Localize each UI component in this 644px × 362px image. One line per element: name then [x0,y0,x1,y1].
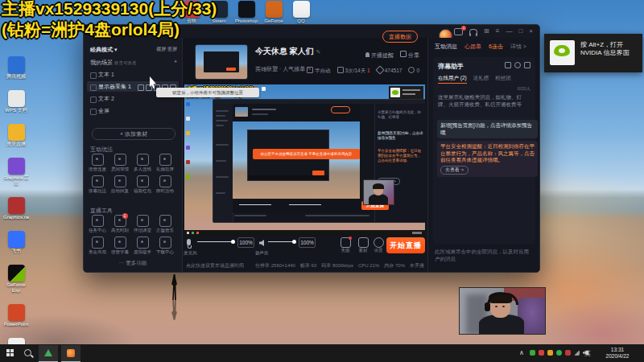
tool-download[interactable]: 下载中心 [154,237,176,255]
tool-task-center[interactable]: 任务中心 [86,215,109,233]
checkbox[interactable] [90,84,97,91]
feature-multi[interactable]: 多人连线 [131,154,154,172]
notice-message[interactable]: 新增[预告页面]功能，点击详情添加预告哦 [437,120,538,138]
feature-gift[interactable]: 礼物投屏 [154,154,176,172]
status-left-text[interactable]: 点此快速设置本场直播时间 [186,262,244,269]
desktop-icon[interactable]: Photoshop [233,1,259,24]
tab-gift-rank[interactable]: 送礼榜 [473,75,489,84]
taskbar-app-streaming[interactable] [39,345,58,362]
live-preview-canvas[interactable]: 主播vx1529339130(上分/33) (钻粉=洲护4盘orlol4局) [184,84,425,236]
feature-autoreply[interactable]: 自动回复 [109,175,131,194]
desktop-icon[interactable]: PowerPoint [3,304,29,327]
feature-room[interactable]: 房间管理 [109,154,131,172]
speaker-volume-slider[interactable] [268,241,295,242]
beauty-label: 美颜 [337,248,353,253]
collapse-icon[interactable] [505,62,511,68]
mic-slider-knob[interactable] [231,240,235,244]
tab-messages[interactable]: 互动消息 [435,43,457,51]
speaker-icon[interactable] [259,240,264,246]
panel-tabs: 互动消息 心愿单 6连击 详情 > [435,43,526,51]
checkbox[interactable] [90,109,97,115]
input-language-indicator[interactable]: 英 [584,349,591,358]
scene-item[interactable]: 文本 1 [87,69,179,80]
start-streaming-button[interactable]: 开始直播 [386,237,425,253]
room-title: 今天休息 家人们 ✎ [255,46,320,57]
desktop-icon[interactable]: GeForce [261,1,287,24]
tab-fan-club[interactable]: 粉丝团 [495,75,511,84]
settings-icon[interactable] [514,62,521,68]
tool-highlight[interactable]: 1高光时刻 [109,215,131,233]
mic-volume-value[interactable]: 100% [237,237,254,248]
feature-event[interactable]: 限时活动 [154,175,176,194]
feature-redpack[interactable]: 福袋红包 [131,175,154,194]
checkbox[interactable] [90,97,97,103]
nvidia-notification[interactable]: 按 Alt+Z，打开 NVIDIA 信息界面 [544,34,642,72]
vertical-option[interactable]: 竖屏 [167,47,177,51]
desktop-icon[interactable]: 飞书 [3,231,29,254]
headset-icon[interactable] [469,29,477,34]
mic-volume-slider[interactable] [197,241,234,242]
beauty-tool[interactable]: 美颜 [337,237,353,253]
desktop-icon[interactable]: 腾讯视频 [3,56,29,80]
tab-wishlist[interactable]: 心愿单 [464,43,481,51]
tab-details[interactable]: 详情 > [510,43,526,51]
tray-icon-red[interactable] [539,350,544,356]
menu-icon[interactable]: ≡ [496,27,500,35]
feature-danmu[interactable]: 弹幕玩法 [86,175,109,194]
tray-icon-yellow[interactable] [547,350,553,356]
tray-icon-green[interactable] [530,350,535,356]
tool-class[interactable]: 伴侣课堂 [131,215,154,233]
desktop-icon[interactable]: Graphics 工具 [3,158,29,187]
layout-grid-icon[interactable]: ⊞ [484,27,489,35]
refresh-icon[interactable] [524,62,530,68]
desktop-icon[interactable]: GeForce Exp [3,265,29,294]
webcam-window[interactable] [459,287,546,335]
room-cover-thumbnail[interactable] [195,44,248,80]
tool-music[interactable]: 正版音乐 [154,215,176,233]
tray-icon-green-circle[interactable] [556,350,562,356]
share-link[interactable]: 分享 [408,52,419,58]
tool-assistant[interactable]: 虚拟助手 [131,237,154,255]
taskbar: ∧ 英 13:31 2020/4/22 [0,344,644,362]
clock[interactable]: 13:31 2020/4/22 [599,347,636,360]
warning-message[interactable]: 平台安全检测提醒：近日检测到你存在平台禁发行为，产品名称：风之翼等，点击前往查看… [437,141,538,177]
mode-selector[interactable]: 经典模式 ▾ 横屏 竖屏 [90,46,177,54]
orientation-toggle[interactable]: 横屏 竖屏 [156,46,177,53]
maximize-icon[interactable]: □ [518,27,522,35]
minimize-icon[interactable]: — [506,27,512,35]
desktop-icon[interactable]: QQ [288,1,314,24]
tool-caption[interactable]: 语音字幕 [109,237,131,255]
checkbox[interactable] [90,72,97,79]
material-tool[interactable]: 素材 [355,237,371,253]
tray-icon-shield[interactable] [565,350,571,356]
pin-icon[interactable] [138,84,144,91]
messages-icon[interactable]: 1 [454,28,463,35]
desktop-icon[interactable]: 虎牙直播 [3,124,29,147]
more-features-link[interactable]: ··· 更多功能 [84,260,182,267]
close-icon[interactable]: × [529,27,533,35]
edit-icon[interactable]: ✎ [316,49,321,55]
speaker-slider-knob[interactable] [292,240,296,244]
speaker-volume-value[interactable]: 100% [299,237,316,248]
horizontal-option[interactable]: 横屏 [156,47,166,51]
feature-label: 语音连麦 [86,167,109,172]
feature-voice[interactable]: 语音连麦 [86,154,109,172]
add-material-button[interactable]: + 添加素材 [92,128,175,140]
room-category[interactable]: 英雄联盟 · 人气接单 ✎ [255,65,312,73]
live-data-button[interactable]: 直播数据 [382,31,418,43]
microphone-icon[interactable] [187,239,193,249]
desktop-icon[interactable]: Graphics.rar [3,197,29,220]
taskbar-app-orange[interactable] [61,345,80,362]
network-icon[interactable] [574,350,580,356]
add-scene-icon[interactable]: + [174,59,177,64]
start-button[interactable] [6,349,14,356]
tool-layout[interactable]: 美化布局 [86,237,109,255]
scene-item[interactable]: 全屏 [87,105,179,116]
tab-combo[interactable]: 6连击 [489,43,503,51]
go-view-button[interactable]: 去查看 > [440,166,469,175]
tab-online-users[interactable]: 在线用户 (2) [438,75,467,84]
settings-tool[interactable]: 设置 [370,237,386,253]
desktop-icon[interactable]: WPS 文档 [3,90,29,113]
broadcast-remind-link[interactable]: 开播提醒 [371,52,394,58]
tray-chevron[interactable]: ∧ [519,349,524,356]
